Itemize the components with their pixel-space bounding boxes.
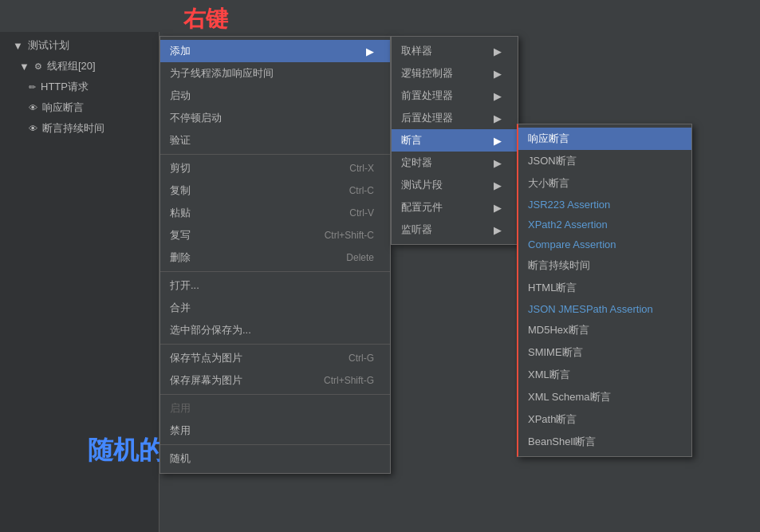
ctx-item-add-response-time[interactable]: 为子线程添加响应时间: [160, 62, 390, 85]
ctx2-sampler[interactable]: 取样器 ▶: [392, 40, 518, 62]
sidebar-item-assertion-duration[interactable]: 👁 断言持续时间: [0, 118, 159, 139]
ctx-item-rewrite[interactable]: 复写 Ctrl+Shift-C: [160, 224, 390, 246]
pencil-icon: ✏: [29, 82, 36, 93]
ctx2-pre-arrow: ▶: [494, 90, 502, 102]
ctx3-jsr223-assertion[interactable]: JSR223 Assertion: [518, 195, 691, 215]
ctx2-config-element[interactable]: 配置元件 ▶: [392, 196, 518, 219]
ctx3-xml-label: XML断言: [528, 368, 570, 382]
ctx-rewrite-shortcut: Ctrl+Shift-C: [325, 230, 374, 241]
ctx-add-response-time-label: 为子线程添加响应时间: [170, 66, 274, 81]
ctx2-logic-arrow: ▶: [494, 68, 502, 80]
ctx-item-random[interactable]: 随机: [160, 447, 390, 470]
ctx-item-delete[interactable]: 删除 Delete: [160, 246, 390, 269]
ctx-save-selected-label: 选中部分保存为...: [170, 323, 251, 337]
gear-icon: ⚙: [34, 61, 42, 72]
ctx-item-start[interactable]: 启动: [160, 85, 390, 107]
ctx-item-merge[interactable]: 合并: [160, 297, 390, 319]
ctx2-post-arrow: ▶: [494, 112, 502, 124]
ctx2-listener-arrow: ▶: [494, 224, 502, 236]
ctx3-size-assertion-label: 大小断言: [528, 176, 569, 191]
sidebar-item-http-request[interactable]: ✏ HTTP请求: [0, 77, 159, 97]
ctx-item-save-screen-image[interactable]: 保存屏幕为图片 Ctrl+Shift-G: [160, 369, 390, 392]
ctx2-test-fragment-arrow: ▶: [494, 179, 502, 191]
separator-5: [160, 444, 390, 445]
ctx-copy-label: 复制: [170, 183, 191, 198]
ctx2-config-arrow: ▶: [494, 202, 502, 214]
context-menu-1: 添加 ▶ 为子线程添加响应时间 启动 不停顿启动 验证 剪切 Ctrl-X 复制…: [159, 36, 391, 474]
separator-2: [160, 271, 390, 272]
ctx-item-enable[interactable]: 启用: [160, 397, 390, 420]
ctx3-xpath-assertion[interactable]: XPath断言: [518, 408, 691, 431]
ctx-enable-label: 启用: [170, 401, 191, 416]
ctx-item-add[interactable]: 添加 ▶: [160, 40, 390, 62]
assertion-duration-label: 断言持续时间: [42, 121, 104, 136]
ctx-cut-label: 剪切: [170, 161, 191, 175]
ctx3-compare-label: Compare Assertion: [528, 238, 616, 250]
ctx2-logic-label: 逻辑控制器: [401, 66, 453, 81]
ctx-item-save-selected[interactable]: 选中部分保存为...: [160, 319, 390, 341]
ctx2-assertion[interactable]: 断言 ▶: [392, 129, 518, 152]
sidebar-item-response-assertion[interactable]: 👁 响应断言: [0, 97, 159, 118]
ctx3-md5hex-label: MD5Hex断言: [528, 323, 589, 337]
ctx3-size-assertion[interactable]: 大小断言: [518, 172, 691, 195]
ctx-start-label: 启动: [170, 89, 191, 103]
context-menu-3: 响应断言 JSON断言 大小断言 JSR223 Assertion XPath2…: [517, 124, 692, 457]
ctx2-pre-processor[interactable]: 前置处理器 ▶: [392, 85, 518, 107]
ctx3-json-assertion-label: JSON断言: [528, 154, 577, 168]
ctx-save-node-label: 保存节点为图片: [170, 351, 242, 365]
sidebar-item-test-plan[interactable]: ▼ 测试计划: [0, 35, 159, 56]
sidebar-item-thread-group[interactable]: ▼ ⚙ 线程组[20]: [0, 56, 159, 77]
ctx-item-disable[interactable]: 禁用: [160, 420, 390, 442]
ctx2-test-fragment[interactable]: 测试片段 ▶: [392, 174, 518, 196]
ctx-merge-label: 合并: [170, 301, 191, 315]
ctx-item-start-no-pause[interactable]: 不停顿启动: [160, 107, 390, 129]
ctx3-html-assertion-label: HTML断言: [528, 281, 577, 295]
ctx-delete-shortcut: Delete: [346, 252, 374, 263]
ctx2-listener[interactable]: 监听器 ▶: [392, 219, 518, 241]
ctx2-listener-label: 监听器: [401, 223, 432, 237]
overlay-right-click-label: 右键: [183, 4, 228, 34]
ctx3-assertion-duration-label: 断言持续时间: [528, 258, 590, 273]
ctx-copy-shortcut: Ctrl-C: [349, 185, 374, 196]
ctx-item-validate[interactable]: 验证: [160, 129, 390, 152]
ctx3-response-assertion[interactable]: 响应断言: [518, 128, 691, 150]
ctx-rewrite-label: 复写: [170, 228, 191, 242]
ctx2-sampler-arrow: ▶: [494, 45, 502, 57]
ctx3-smime-assertion[interactable]: SMIME断言: [518, 341, 691, 364]
ctx2-logic-controller[interactable]: 逻辑控制器 ▶: [392, 62, 518, 85]
ctx-random-label: 随机: [170, 451, 191, 466]
arrow-down-icon-2: ▼: [19, 61, 30, 73]
ctx3-xpath2-assertion[interactable]: XPath2 Assertion: [518, 215, 691, 234]
ctx3-json-assertion[interactable]: JSON断言: [518, 150, 691, 172]
ctx-paste-shortcut: Ctrl-V: [349, 207, 374, 219]
ctx3-beanshell-assertion[interactable]: BeanShell断言: [518, 431, 691, 453]
http-request-label: HTTP请求: [41, 80, 89, 94]
ctx2-post-processor[interactable]: 后置处理器 ▶: [392, 107, 518, 129]
ctx2-post-label: 后置处理器: [401, 111, 453, 125]
ctx-item-save-node-image[interactable]: 保存节点为图片 Ctrl-G: [160, 347, 390, 369]
ctx-item-cut[interactable]: 剪切 Ctrl-X: [160, 157, 390, 179]
ctx-item-open[interactable]: 打开...: [160, 274, 390, 297]
eye-icon-2: 👁: [29, 124, 37, 133]
ctx3-assertion-duration[interactable]: 断言持续时间: [518, 254, 691, 277]
ctx-delete-label: 删除: [170, 250, 191, 265]
ctx-item-add-arrow: ▶: [366, 45, 374, 57]
separator-4: [160, 394, 390, 395]
ctx-item-paste[interactable]: 粘贴 Ctrl-V: [160, 202, 390, 224]
ctx-item-copy[interactable]: 复制 Ctrl-C: [160, 179, 390, 202]
ctx3-compare-assertion[interactable]: Compare Assertion: [518, 234, 691, 254]
ctx3-md5hex-assertion[interactable]: MD5Hex断言: [518, 319, 691, 341]
ctx3-json-jmespath-assertion[interactable]: JSON JMESPath Assertion: [518, 299, 691, 319]
ctx3-xml-schema-assertion[interactable]: XML Schema断言: [518, 386, 691, 408]
ctx3-html-assertion[interactable]: HTML断言: [518, 277, 691, 299]
ctx2-pre-label: 前置处理器: [401, 89, 453, 103]
ctx-save-screen-label: 保存屏幕为图片: [170, 373, 242, 388]
ctx3-json-jmespath-label: JSON JMESPath Assertion: [528, 303, 653, 315]
ctx2-timer[interactable]: 定时器 ▶: [392, 152, 518, 174]
separator-3: [160, 344, 390, 345]
ctx2-assertion-label: 断言: [401, 133, 422, 148]
ctx-paste-label: 粘贴: [170, 206, 191, 220]
ctx3-xml-schema-label: XML Schema断言: [528, 390, 611, 404]
ctx3-xml-assertion[interactable]: XML断言: [518, 364, 691, 386]
separator-1: [160, 154, 390, 155]
